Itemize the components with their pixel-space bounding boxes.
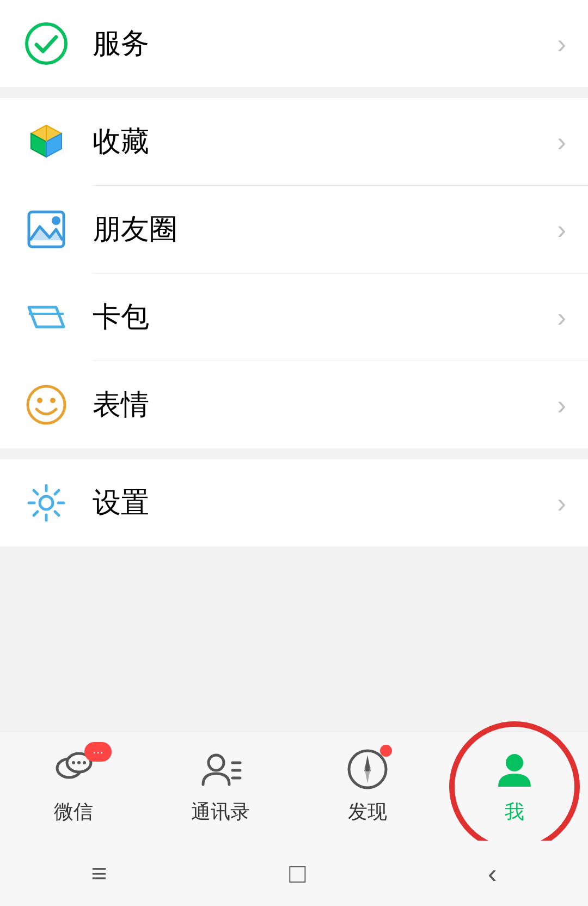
svg-point-25 [77, 761, 81, 764]
tab-bar: ··· 微信 通讯录 [0, 732, 588, 841]
wallet-icon [22, 293, 71, 342]
contacts-icon-wrap [199, 747, 242, 793]
nav-menu-btn[interactable]: ≡ [91, 858, 107, 889]
svg-point-34 [365, 767, 370, 771]
me-icon-wrap [493, 747, 536, 793]
svg-line-19 [55, 512, 59, 515]
svg-point-26 [83, 761, 86, 764]
svg-point-8 [52, 216, 60, 225]
moments-icon [22, 205, 71, 254]
tab-contacts-label: 通讯录 [191, 799, 250, 825]
svg-point-11 [37, 398, 42, 403]
service-chevron: › [557, 28, 566, 59]
tab-discover[interactable]: 发现 [294, 732, 441, 841]
stickers-chevron: › [557, 389, 566, 421]
svg-point-10 [28, 386, 65, 423]
menu-item-wallet[interactable]: 卡包 › [0, 273, 588, 361]
system-nav-bar: ≡ □ ‹ [0, 841, 588, 906]
svg-line-18 [34, 490, 38, 494]
discover-badge-dot [380, 745, 392, 757]
wechat-icon-wrap: ··· [52, 747, 95, 793]
moments-chevron: › [557, 214, 566, 245]
wechat-badge: ··· [84, 742, 112, 762]
bottom-spacer [0, 546, 588, 568]
favorites-label: 收藏 [93, 123, 557, 161]
favorites-icon [22, 117, 71, 166]
tab-discover-label: 发现 [348, 799, 387, 825]
section-divider-2 [0, 448, 588, 459]
svg-point-0 [27, 24, 66, 63]
settings-chevron: › [557, 487, 566, 519]
wallet-chevron: › [557, 301, 566, 333]
service-label: 服务 [93, 25, 557, 63]
moments-label: 朋友圈 [93, 210, 557, 248]
svg-point-27 [209, 755, 224, 770]
menu-item-service[interactable]: 服务 › [0, 0, 588, 87]
svg-line-20 [55, 490, 59, 494]
svg-point-13 [40, 496, 53, 509]
tab-me[interactable]: 我 [441, 732, 588, 841]
service-icon [22, 19, 71, 68]
section-divider-1 [0, 87, 588, 98]
svg-line-21 [34, 512, 38, 515]
svg-point-24 [72, 761, 75, 764]
svg-point-35 [506, 754, 523, 771]
stickers-label: 表情 [93, 386, 557, 424]
menu-item-settings[interactable]: 设置 › [0, 459, 588, 546]
svg-point-12 [50, 398, 56, 403]
discover-icon-wrap [346, 747, 389, 793]
menu-list: 服务 › 收藏 › [0, 0, 588, 568]
tab-wechat-label: 微信 [54, 799, 93, 825]
settings-icon [22, 478, 71, 527]
menu-item-favorites[interactable]: 收藏 › [0, 98, 588, 185]
settings-label: 设置 [93, 484, 557, 522]
stickers-icon [22, 380, 71, 429]
tab-wechat[interactable]: ··· 微信 [0, 732, 147, 841]
tab-contacts[interactable]: 通讯录 [147, 732, 294, 841]
menu-item-moments[interactable]: 朋友圈 › [0, 186, 588, 273]
favorites-chevron: › [557, 126, 566, 157]
wallet-label: 卡包 [93, 298, 557, 336]
menu-item-stickers[interactable]: 表情 › [0, 361, 588, 448]
nav-back-btn[interactable]: ‹ [488, 858, 497, 889]
tab-me-label: 我 [505, 799, 524, 825]
nav-home-btn[interactable]: □ [289, 858, 305, 889]
